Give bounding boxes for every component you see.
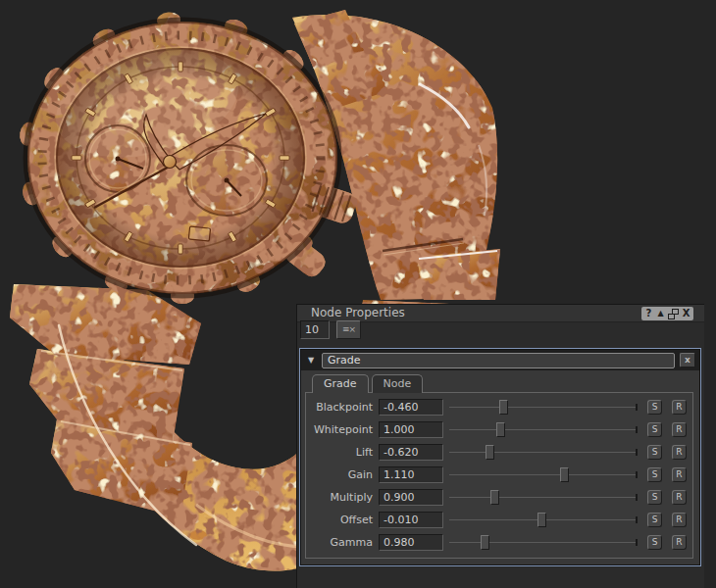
- param-row: Gain 1.110 S R: [308, 464, 687, 486]
- param-label-lift: Lift: [308, 446, 379, 459]
- slider-handle[interactable]: [560, 467, 569, 482]
- collapse-triangle-icon[interactable]: ▼: [305, 356, 317, 365]
- param-label-gain: Gain: [308, 468, 379, 481]
- slider-handle[interactable]: [490, 490, 499, 505]
- param-label-offset: Offset: [308, 514, 379, 526]
- reset-button-blackpoint[interactable]: R: [672, 400, 687, 415]
- param-label-whitepoint: Whitepoint: [308, 423, 379, 436]
- param-value-blackpoint[interactable]: -0.460: [379, 399, 443, 416]
- param-label-gamma: Gamma: [308, 536, 379, 549]
- param-row: Blackpoint -0.460 S R: [308, 396, 687, 418]
- sample-button-multiply[interactable]: S: [647, 490, 662, 505]
- tab-bar: GradeNode: [305, 374, 693, 393]
- reset-button-offset[interactable]: R: [672, 513, 687, 527]
- pane-window-buttons: ? ▲ X: [641, 307, 693, 320]
- pane-toolbar: 10 ≡×: [300, 320, 361, 340]
- slider-handle[interactable]: [481, 535, 489, 550]
- pane-title: Node Properties: [311, 306, 405, 319]
- slider-lift[interactable]: [449, 445, 638, 461]
- reset-button-multiply[interactable]: R: [672, 490, 687, 505]
- param-row: Multiply 0.900 S R: [308, 486, 687, 509]
- grade-node-body: GradeNode Blackpoint -0.460 S R Whitepoi…: [301, 370, 699, 565]
- float-panel-icon[interactable]: ▲: [656, 307, 665, 320]
- sample-button-gain[interactable]: S: [647, 467, 662, 482]
- grade-node-panel: ▼ Grade x GradeNode Blackpoint -0.460 S …: [299, 348, 701, 566]
- max-panels-input[interactable]: 10: [300, 320, 330, 339]
- reset-button-gamma[interactable]: R: [672, 535, 687, 550]
- node-name-field[interactable]: Grade: [322, 353, 675, 368]
- slider-gain[interactable]: [449, 467, 638, 483]
- clear-panels-button[interactable]: ≡×: [336, 320, 361, 339]
- sample-button-lift[interactable]: S: [647, 445, 662, 460]
- slider-blackpoint[interactable]: [449, 400, 638, 416]
- slider-track[interactable]: [449, 542, 638, 543]
- slider-handle[interactable]: [499, 400, 508, 415]
- stack-windows-icon[interactable]: [668, 309, 679, 319]
- slider-track[interactable]: [449, 452, 638, 453]
- slider-offset[interactable]: [449, 513, 638, 528]
- param-label-blackpoint: Blackpoint: [308, 401, 379, 414]
- slider-track[interactable]: [449, 429, 638, 430]
- param-value-offset[interactable]: -0.010: [379, 512, 443, 528]
- param-value-gamma[interactable]: 0.980: [379, 534, 443, 551]
- application-window: Node Properties ? ▲ X 10 ≡× ▼ Grade x Gr…: [0, 0, 716, 588]
- param-value-multiply[interactable]: 0.900: [379, 489, 443, 506]
- help-icon[interactable]: ?: [644, 307, 653, 320]
- sample-button-blackpoint[interactable]: S: [647, 400, 662, 415]
- slider-handle[interactable]: [496, 422, 505, 437]
- parameters-frame: Blackpoint -0.460 S R Whitepoint 1.000 S…: [305, 392, 693, 559]
- param-row: Whitepoint 1.000 S R: [308, 418, 687, 441]
- sample-button-offset[interactable]: S: [647, 513, 662, 527]
- slider-track[interactable]: [449, 474, 638, 475]
- slider-multiply[interactable]: [449, 490, 638, 506]
- tab-grade[interactable]: Grade: [312, 374, 369, 393]
- node-properties-pane: Node Properties ? ▲ X 10 ≡× ▼ Grade x Gr…: [296, 304, 704, 588]
- param-row: Gamma 0.980 S R: [308, 531, 687, 554]
- slider-track[interactable]: [449, 497, 638, 498]
- watch-buckle: [417, 249, 500, 300]
- param-label-multiply: Multiply: [308, 491, 379, 504]
- clear-panels-icon: ≡×: [342, 324, 355, 334]
- reset-button-gain[interactable]: R: [672, 467, 687, 482]
- slider-gamma[interactable]: [449, 535, 638, 551]
- param-value-whitepoint[interactable]: 1.000: [379, 421, 443, 438]
- reset-button-lift[interactable]: R: [672, 445, 687, 460]
- param-value-gain[interactable]: 1.110: [379, 466, 443, 483]
- tab-node[interactable]: Node: [372, 374, 424, 393]
- grade-node-header: ▼ Grade x: [301, 350, 699, 370]
- slider-handle[interactable]: [537, 513, 546, 527]
- param-row: Lift -0.620 S R: [308, 441, 687, 464]
- slider-handle[interactable]: [486, 445, 494, 460]
- param-row: Offset -0.010 S R: [308, 509, 687, 531]
- close-pane-icon[interactable]: X: [682, 307, 690, 320]
- reset-button-whitepoint[interactable]: R: [672, 422, 687, 437]
- close-node-panel-button[interactable]: x: [680, 353, 695, 368]
- sample-button-gamma[interactable]: S: [647, 535, 662, 550]
- param-value-lift[interactable]: -0.620: [379, 444, 443, 461]
- slider-track[interactable]: [449, 407, 638, 408]
- sample-button-whitepoint[interactable]: S: [647, 422, 662, 437]
- slider-whitepoint[interactable]: [449, 422, 638, 438]
